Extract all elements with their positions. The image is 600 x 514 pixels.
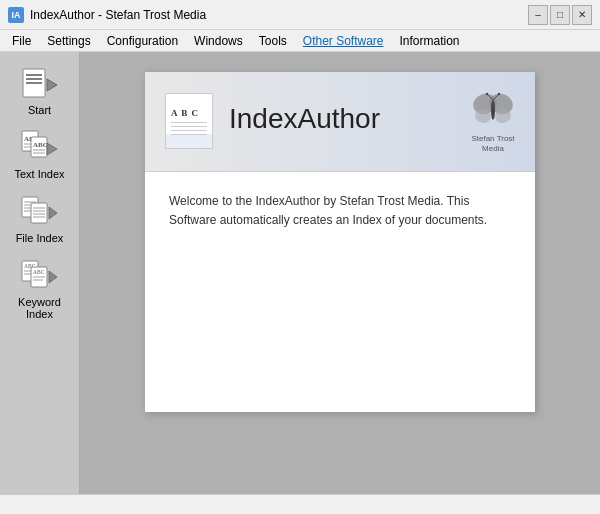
brand-text: Stefan Trost Media (471, 134, 514, 155)
menu-item-windows[interactable]: Windows (186, 32, 251, 50)
sidebar-text-index-label: Text Index (14, 168, 64, 180)
butterfly-icon (471, 88, 515, 132)
sidebar-item-keyword-index[interactable]: ABC ABC Keyword Index (5, 252, 75, 324)
sidebar: Start ABC ABC Text Index (0, 52, 80, 494)
main-area: Start ABC ABC Text Index (0, 52, 600, 494)
close-button[interactable]: ✕ (572, 5, 592, 25)
welcome-card: A B C IndexAuthor (145, 72, 535, 412)
welcome-header: A B C IndexAuthor (145, 72, 535, 172)
svg-point-38 (491, 100, 495, 120)
svg-marker-4 (47, 79, 57, 91)
welcome-header-left: A B C IndexAuthor (165, 93, 380, 149)
sidebar-file-index-label: File Index (16, 232, 64, 244)
sidebar-item-file-index[interactable]: File Index (5, 188, 75, 248)
abc-label: A B C (171, 108, 207, 118)
app-title: IndexAuthor (229, 103, 380, 135)
menu-item-file[interactable]: File (4, 32, 39, 50)
sidebar-start-label: Start (28, 104, 51, 116)
menu-item-other-software[interactable]: Other Software (295, 32, 392, 50)
svg-marker-33 (49, 271, 57, 283)
welcome-body: Welcome to the IndexAuthor by Stefan Tro… (145, 172, 535, 250)
status-bar (0, 494, 600, 514)
menu-item-information[interactable]: Information (392, 32, 468, 50)
svg-marker-24 (49, 207, 57, 219)
keyword-index-icon: ABC ABC (20, 256, 60, 294)
svg-text:ABC: ABC (33, 141, 48, 149)
sidebar-item-start[interactable]: Start (5, 60, 75, 120)
content-panel: A B C IndexAuthor (80, 52, 600, 494)
menu-item-settings[interactable]: Settings (39, 32, 98, 50)
sidebar-keyword-index-label: Keyword Index (11, 296, 69, 320)
title-bar-left: IA IndexAuthor - Stefan Trost Media (8, 7, 206, 23)
svg-text:ABC: ABC (33, 269, 45, 275)
maximize-button[interactable]: □ (550, 5, 570, 25)
abc-document-icon: A B C (165, 93, 213, 149)
app-title-area: IndexAuthor (229, 93, 380, 135)
app-icon: IA (8, 7, 24, 23)
title-controls: – □ ✕ (528, 5, 592, 25)
start-icon (20, 64, 60, 102)
welcome-text: Welcome to the IndexAuthor by Stefan Tro… (169, 192, 511, 230)
window-title: IndexAuthor - Stefan Trost Media (30, 8, 206, 22)
file-index-icon (20, 192, 60, 230)
brand-area: Stefan Trost Media (471, 88, 515, 155)
menu-item-configuration[interactable]: Configuration (99, 32, 186, 50)
svg-point-42 (498, 93, 500, 95)
menu-item-tools[interactable]: Tools (251, 32, 295, 50)
sidebar-item-text-index[interactable]: ABC ABC Text Index (5, 124, 75, 184)
svg-rect-19 (31, 203, 47, 223)
minimize-button[interactable]: – (528, 5, 548, 25)
menu-bar: File Settings Configuration Windows Tool… (0, 30, 600, 52)
svg-marker-13 (47, 143, 57, 155)
text-index-icon: ABC ABC (20, 128, 60, 166)
title-bar: IA IndexAuthor - Stefan Trost Media – □ … (0, 0, 600, 30)
svg-point-41 (486, 93, 488, 95)
